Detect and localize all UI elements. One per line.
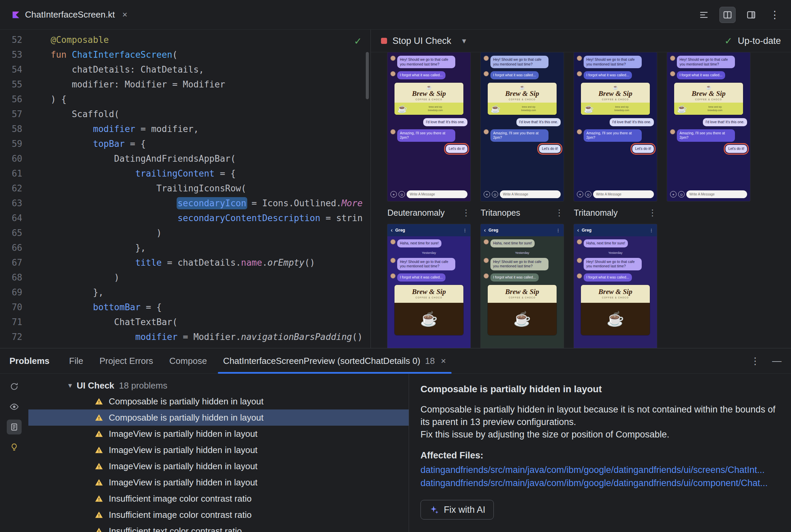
problem-item[interactable]: Insufficient image color contrast ratio <box>29 507 409 523</box>
message-input[interactable]: Write A Message <box>593 190 654 198</box>
code-line[interactable]: modifier = modifier, <box>51 121 370 136</box>
problem-item[interactable]: Composable is partially hidden in layout <box>29 393 409 410</box>
chevron-down-icon[interactable]: ▾ <box>68 381 72 390</box>
message-input-bar[interactable]: +☺Write A Message <box>390 190 467 198</box>
affected-file-link[interactable]: datingandfriends/src/main/java/com/ibm/g… <box>421 463 779 477</box>
problem-item[interactable]: ImageView is partially hidden in layout <box>29 458 409 474</box>
preview-menu-icon[interactable]: ⋮ <box>462 208 471 218</box>
lightbulb-icon[interactable] <box>7 440 22 455</box>
back-icon[interactable]: ‹ <box>577 227 579 233</box>
problem-item[interactable]: Insufficient image color contrast ratio <box>29 491 409 507</box>
preview-eye-icon[interactable] <box>7 399 22 414</box>
code-line[interactable]: secondaryIcon = Icons.Outlined.More <box>51 196 370 211</box>
more-icon[interactable]: ⋮ <box>649 228 654 233</box>
message-input-bar[interactable]: +☺Write A Message <box>484 190 560 198</box>
tab-project-errors[interactable]: Project Errors <box>91 348 161 373</box>
code-line[interactable]: }, <box>51 240 370 255</box>
emoji-icon[interactable]: ☺ <box>585 191 591 197</box>
inspection-ok-icon[interactable]: ✓ <box>355 34 361 47</box>
tab-file[interactable]: File <box>61 348 92 373</box>
code-line[interactable]: modifier: Modifier = Modifier <box>51 77 370 92</box>
tab-close-icon[interactable]: × <box>441 356 446 366</box>
emoji-icon[interactable]: ☺ <box>678 191 685 197</box>
more-icon[interactable]: ⋮ <box>463 228 467 233</box>
panel-more-icon[interactable]: ⋮ <box>751 356 760 366</box>
code-line[interactable]: topBar = { <box>51 136 370 151</box>
preview-phone[interactable]: ‹Greg⋮Haha, next time for sure!Yesterday… <box>387 224 471 348</box>
message-input-bar[interactable]: +☺Write A Message <box>670 190 747 198</box>
stop-icon[interactable] <box>381 38 387 44</box>
preview-phone[interactable]: Hey! Should we go to that cafe you menti… <box>667 52 750 201</box>
preview-phone[interactable]: ‹Greg⋮Haha, next time for sure!Yesterday… <box>481 224 564 348</box>
problem-item[interactable]: ImageView is partially hidden in layout <box>29 442 409 458</box>
code-line[interactable]: chatDetails: ChatDetails, <box>51 62 370 77</box>
emoji-icon[interactable]: ☺ <box>399 191 405 197</box>
code-line[interactable]: ) <box>51 270 370 285</box>
editor-scrollbar[interactable] <box>366 52 369 99</box>
affected-file-link[interactable]: datingandfriends/src/main/java/com/ibm/g… <box>421 477 779 490</box>
line-number: 69 <box>0 285 31 300</box>
code-line[interactable]: TrailingIconsRow( <box>51 181 370 196</box>
report-icon[interactable] <box>7 420 22 434</box>
toolwindow-title[interactable]: Problems <box>10 356 50 366</box>
emoji-icon[interactable]: ☺ <box>492 191 498 197</box>
problem-item[interactable]: ImageView is partially hidden in layout <box>29 426 409 442</box>
ai-sparkle-icon <box>429 505 439 515</box>
message-input[interactable]: Write A Message <box>686 190 747 198</box>
code-line[interactable]: bottomBar = { <box>51 300 370 315</box>
problems-group[interactable]: ▾ UI Check 18 problems <box>29 378 409 393</box>
chevron-down-icon[interactable]: ▾ <box>462 36 466 45</box>
code-line[interactable]: onAddClick = {} <box>51 344 370 348</box>
card-top: Brew & SipCOFFEE & CHOCO <box>581 285 650 303</box>
code-line[interactable]: Scaffold( <box>51 107 370 121</box>
code-editor[interactable]: 5253545556575859606162636465666768697071… <box>0 30 371 348</box>
more-icon[interactable]: ⋮ <box>556 228 560 233</box>
code-line[interactable]: secondaryContentDescription = strin <box>51 211 370 226</box>
code-line[interactable]: DatingAndFriendsAppBar( <box>51 151 370 166</box>
back-icon[interactable]: ‹ <box>391 227 392 233</box>
tab-chatinterfacescreenpreview-sortedchatdetails-0[interactable]: ChatInterfaceScreenPreview (sortedChatDe… <box>215 348 454 373</box>
panel-minimize-icon[interactable]: — <box>772 356 781 366</box>
structure-icon[interactable] <box>696 7 712 23</box>
message-input[interactable]: Write A Message <box>407 190 467 198</box>
editor-layout-icon[interactable] <box>743 7 759 23</box>
add-icon[interactable]: + <box>670 191 677 197</box>
editor-tab[interactable]: ChatInterfaceScreen.kt × <box>8 0 131 30</box>
titlebar-more-icon[interactable]: ⋮ <box>767 7 783 23</box>
tab-close-icon[interactable]: × <box>122 10 127 20</box>
split-editor-icon[interactable] <box>719 7 736 23</box>
code-line[interactable]: title = chatDetails.name.orEmpty() <box>51 255 370 270</box>
preview-menu-icon[interactable]: ⋮ <box>555 208 564 218</box>
back-icon[interactable]: ‹ <box>484 227 486 233</box>
code-line[interactable]: ) <box>51 226 370 240</box>
fix-with-ai-button[interactable]: Fix with AI <box>421 500 494 519</box>
preview-phone[interactable]: Hey! Should we go to that cafe you menti… <box>481 52 564 201</box>
code-line[interactable]: @Composable <box>51 33 370 47</box>
stop-ui-check-button[interactable]: Stop UI Check <box>392 36 451 46</box>
add-icon[interactable]: + <box>390 191 397 197</box>
code-line[interactable]: ChatTextBar( <box>51 315 370 329</box>
tab-compose[interactable]: Compose <box>161 348 215 373</box>
message-input[interactable]: Write A Message <box>500 190 560 198</box>
problem-item[interactable]: ImageView is partially hidden in layout <box>29 474 409 491</box>
message-input-bar[interactable]: +☺Write A Message <box>577 190 654 198</box>
chat-bubble: Let's do it! <box>539 145 560 153</box>
code-line[interactable]: ) { <box>51 92 370 107</box>
code-line[interactable]: modifier = Modifier.navigationBarsPaddin… <box>51 329 370 344</box>
editor-code[interactable]: @Composablefun ChatInterfaceScreen( chat… <box>31 30 370 348</box>
refresh-icon[interactable] <box>7 379 22 394</box>
problem-item[interactable]: Insufficient text color contrast ratio <box>29 523 409 532</box>
problem-item[interactable]: Composable is partially hidden in layout <box>29 410 409 426</box>
editor-tab-label: ChatInterfaceScreen.kt <box>25 10 115 20</box>
code-line[interactable]: }, <box>51 285 370 300</box>
chat-bubble: Amazing, I'll see you there at 2pm? <box>584 129 642 142</box>
preview-menu-icon[interactable]: ⋮ <box>648 208 657 218</box>
add-icon[interactable]: + <box>577 191 583 197</box>
code-line[interactable]: trailingContent = { <box>51 166 370 181</box>
code-line[interactable]: fun ChatInterfaceScreen( <box>51 47 370 62</box>
add-icon[interactable]: + <box>484 191 490 197</box>
preview-phone[interactable]: Hey! Should we go to that cafe you menti… <box>574 52 657 201</box>
line-number: 62 <box>0 181 31 196</box>
preview-phone[interactable]: ‹Greg⋮Haha, next time for sure!Yesterday… <box>574 224 657 348</box>
preview-phone[interactable]: Hey! Should we go to that cafe you menti… <box>387 52 471 201</box>
